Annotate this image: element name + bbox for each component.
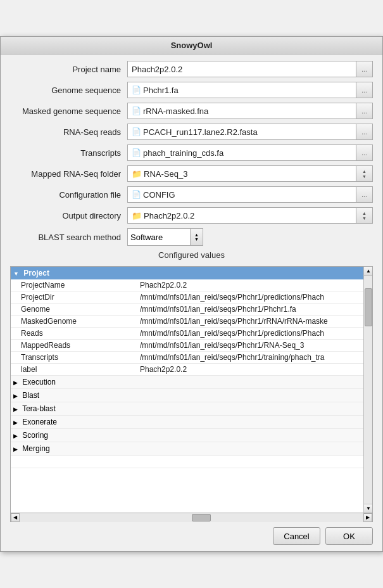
- browse-icon-3: ...: [361, 108, 367, 115]
- expand-icon-exonerate: ▶: [13, 419, 18, 426]
- project-name-value: Phach2p2.0.2: [132, 65, 338, 74]
- config-file-input[interactable]: 📄 CONFIG: [127, 186, 356, 203]
- key-cell: MappedReads: [11, 340, 137, 352]
- output-dir-arrow-btn[interactable]: ▲ ▼: [356, 207, 373, 224]
- genome-sequence-value: Phchr1.fa: [143, 86, 338, 95]
- key-cell: Genome: [11, 304, 137, 316]
- config-file-row: Configuration file 📄 CONFIG ...: [10, 186, 373, 203]
- browse-icon-5: ...: [361, 150, 367, 157]
- blast-search-row: BLAST search method Software ▲ ▼: [10, 228, 373, 246]
- masked-genome-input-wrap: 📄 rRNA-masked.fna ...: [127, 103, 373, 119]
- rnaseq-reads-label: RNA-Seq reads: [10, 127, 127, 137]
- scroll-down-btn[interactable]: ▼: [364, 504, 373, 513]
- transcripts-browse-btn[interactable]: ...: [356, 144, 373, 161]
- browse-icon-6: ...: [361, 191, 367, 198]
- val-cell: /mnt/md/nfs01/ian_reid/seqs/Phchr1/RNA-S…: [137, 340, 372, 352]
- table-row: Reads /mnt/md/nfs01/ian_reid/seqs/Phchr1…: [11, 328, 372, 340]
- execution-group-header[interactable]: ▶ Execution: [11, 376, 372, 389]
- transcripts-input[interactable]: 📄 phach_training_cds.fa: [127, 144, 356, 161]
- blast-software-spinner[interactable]: ▲ ▼: [191, 228, 203, 246]
- rnaseq-reads-row: RNA-Seq reads 📄 PCACH_run117.lane2.R2.fa…: [10, 124, 373, 140]
- output-dir-value: Phach2p2.0.2: [144, 211, 352, 220]
- key-cell: Transcripts: [11, 352, 137, 364]
- masked-genome-label: Masked genome sequence: [10, 106, 127, 116]
- expand-icon-execution: ▶: [13, 380, 18, 386]
- ok-button[interactable]: OK: [325, 527, 373, 545]
- table-row: MappedReads /mnt/md/nfs01/ian_reid/seqs/…: [11, 340, 372, 352]
- config-table: ▼ Project ProjectName Phach2p2.0.2 Proje…: [11, 267, 372, 468]
- tree-table[interactable]: ▼ Project ProjectName Phach2p2.0.2 Proje…: [11, 267, 372, 513]
- config-file-browse-btn[interactable]: ...: [356, 186, 373, 203]
- blast-software-select[interactable]: Software: [127, 228, 191, 246]
- scoring-group-label: ▶ Scoring: [11, 429, 372, 442]
- hscrollbar-thumb[interactable]: [192, 514, 211, 521]
- table-row: MaskedGenome /mnt/md/nfs01/ian_reid/seqs…: [11, 316, 372, 328]
- mapped-rnaseq-dropdown[interactable]: 📁 RNA-Seq_3: [127, 165, 356, 182]
- table-row: Transcripts /mnt/md/nfs01/ian_reid/seqs/…: [11, 352, 372, 364]
- val-cell: /mnt/md/nfs01/ian_reid/seqs/Phchr1/predi…: [137, 291, 372, 304]
- merging-group-label: ▶ Merging: [11, 442, 372, 456]
- genome-sequence-input[interactable]: 📄 Phchr1.fa: [127, 82, 356, 98]
- mapped-rnaseq-row: Mapped RNA-Seq folder 📁 RNA-Seq_3 ▲ ▼: [10, 165, 373, 182]
- browse-icon-2: ...: [361, 87, 367, 94]
- blast-group-label: ▶ Blast: [11, 389, 372, 402]
- rnaseq-reads-browse-btn[interactable]: ...: [356, 124, 373, 140]
- exonerate-group-header[interactable]: ▶ Exonerate: [11, 416, 372, 429]
- scroll-up-icon: ▲: [366, 268, 371, 274]
- genome-sequence-input-wrap: 📄 Phchr1.fa ...: [127, 82, 373, 98]
- scrollbar-thumb[interactable]: [365, 288, 372, 326]
- output-dir-dropdown[interactable]: 📁 Phach2p2.0.2: [127, 207, 356, 224]
- scroll-right-icon: ▶: [366, 514, 370, 520]
- browse-icon: ...: [361, 66, 367, 73]
- transcripts-row: Transcripts 📄 phach_training_cds.fa ...: [10, 144, 373, 161]
- merging-group-header[interactable]: ▶ Merging: [11, 442, 372, 456]
- project-group-header[interactable]: ▼ Project: [11, 267, 372, 279]
- title-bar: SnowyOwl: [1, 37, 382, 54]
- main-window: SnowyOwl Project name Phach2p2.0.2 ... G…: [0, 36, 383, 552]
- key-cell: label: [11, 364, 137, 376]
- blast-group-header[interactable]: ▶ Blast: [11, 389, 372, 402]
- scoring-group-header[interactable]: ▶ Scoring: [11, 429, 372, 442]
- window-title: SnowyOwl: [171, 41, 213, 50]
- table-row: Genome /mnt/md/nfs01/ian_reid/seqs/Phchr…: [11, 304, 372, 316]
- genome-sequence-label: Genome sequence: [10, 86, 127, 95]
- scroll-down-icon: ▼: [366, 506, 371, 511]
- genome-sequence-row: Genome sequence 📄 Phchr1.fa ...: [10, 82, 373, 98]
- terablast-group-label: ▶ Tera-blast: [11, 402, 372, 416]
- val-cell: Phach2p2.0.2: [137, 364, 372, 376]
- spinner-up-icon: ▲: [194, 233, 199, 237]
- transcripts-input-wrap: 📄 phach_training_cds.fa ...: [127, 144, 373, 161]
- output-dir-row: Output directory 📁 Phach2p2.0.2 ▲ ▼: [10, 207, 373, 224]
- table-row: [11, 456, 372, 468]
- genome-sequence-browse-btn[interactable]: ...: [356, 82, 373, 98]
- rnaseq-reads-input[interactable]: 📄 PCACH_run117.lane2.R2.fasta: [127, 124, 356, 140]
- project-name-browse-btn[interactable]: ...: [356, 61, 373, 77]
- blast-software-value: Software: [130, 233, 163, 242]
- masked-genome-input[interactable]: 📄 rRNA-masked.fna: [127, 103, 356, 119]
- val-cell: /mnt/md/nfs01/ian_reid/seqs/Phchr1/rRNA/…: [137, 316, 372, 328]
- scroll-right-btn[interactable]: ▶: [363, 513, 372, 522]
- rnaseq-file-icon: 📄: [132, 127, 141, 136]
- config-file-icon: 📄: [132, 190, 141, 199]
- val-cell: /mnt/md/nfs01/ian_reid/seqs/Phchr1/train…: [137, 352, 372, 364]
- project-name-input[interactable]: Phach2p2.0.2: [127, 61, 356, 77]
- scroll-up-btn[interactable]: ▲: [364, 267, 373, 276]
- masked-genome-browse-btn[interactable]: ...: [356, 103, 373, 119]
- vertical-scrollbar[interactable]: ▲ ▼: [363, 267, 372, 513]
- key-cell: MaskedGenome: [11, 316, 137, 328]
- horizontal-scrollbar[interactable]: ◀ ▶: [10, 513, 373, 522]
- expand-icon-scoring: ▶: [13, 433, 18, 439]
- scroll-left-btn[interactable]: ◀: [11, 513, 20, 522]
- arrow-up-icon-2: ▲: [362, 211, 367, 215]
- project-name-label: Project name: [10, 65, 127, 74]
- rnaseq-reads-value: PCACH_run117.lane2.R2.fasta: [143, 127, 338, 137]
- cancel-button[interactable]: Cancel: [273, 527, 320, 545]
- project-name-row: Project name Phach2p2.0.2 ...: [10, 61, 373, 77]
- form-area: Project name Phach2p2.0.2 ... Genome seq…: [1, 54, 382, 266]
- mapped-rnaseq-arrow-btn[interactable]: ▲ ▼: [356, 165, 373, 182]
- key-cell: ProjectName: [11, 279, 137, 291]
- terablast-group-header[interactable]: ▶ Tera-blast: [11, 402, 372, 416]
- expand-icon-terablast: ▶: [13, 406, 18, 412]
- table-row: ProjectDir /mnt/md/nfs01/ian_reid/seqs/P…: [11, 291, 372, 304]
- val-cell: /mnt/md/nfs01/ian_reid/seqs/Phchr1/Phchr…: [137, 304, 372, 316]
